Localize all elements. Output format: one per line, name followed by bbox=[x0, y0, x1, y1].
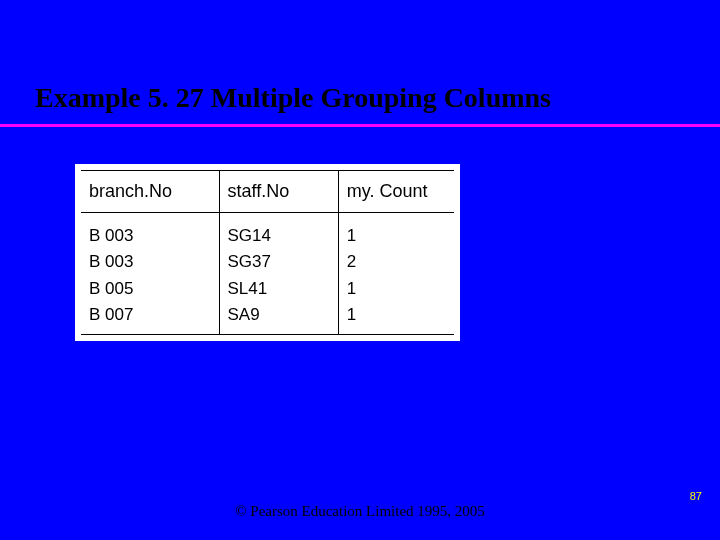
cell-value: 1 bbox=[347, 276, 446, 302]
cell-value: 1 bbox=[347, 302, 446, 328]
copyright-footer: © Pearson Education Limited 1995, 2005 bbox=[0, 503, 720, 520]
cell-value: SG37 bbox=[228, 249, 330, 275]
cell-value: B 003 bbox=[89, 223, 211, 249]
cell-value: 1 bbox=[347, 223, 446, 249]
cell-value: SG14 bbox=[228, 223, 330, 249]
title-underline bbox=[0, 124, 720, 127]
page-number: 87 bbox=[690, 490, 702, 502]
result-table: branch.No staff.No my. Count B 003 B 003… bbox=[81, 170, 454, 335]
cell-value: B 003 bbox=[89, 249, 211, 275]
result-table-container: branch.No staff.No my. Count B 003 B 003… bbox=[75, 164, 460, 341]
table-cell-mycount: 1 2 1 1 bbox=[338, 213, 454, 335]
table-header-mycount: my. Count bbox=[338, 171, 454, 213]
cell-value: SL41 bbox=[228, 276, 330, 302]
table-cell-branchno: B 003 B 003 B 005 B 007 bbox=[81, 213, 219, 335]
cell-value: B 005 bbox=[89, 276, 211, 302]
table-row: B 003 B 003 B 005 B 007 SG14 SG37 SL41 S… bbox=[81, 213, 454, 335]
cell-value: B 007 bbox=[89, 302, 211, 328]
table-header-staffno: staff.No bbox=[219, 171, 338, 213]
cell-value: 2 bbox=[347, 249, 446, 275]
table-header-row: branch.No staff.No my. Count bbox=[81, 171, 454, 213]
table-cell-staffno: SG14 SG37 SL41 SA9 bbox=[219, 213, 338, 335]
cell-value: SA9 bbox=[228, 302, 330, 328]
slide-title-block: Example 5. 27 Multiple Grouping Columns bbox=[35, 82, 685, 122]
table-header-branchno: branch.No bbox=[81, 171, 219, 213]
slide-title: Example 5. 27 Multiple Grouping Columns bbox=[35, 82, 685, 122]
